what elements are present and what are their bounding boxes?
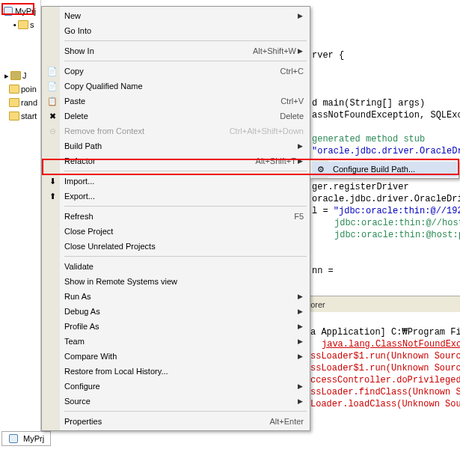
jar-icon xyxy=(10,70,21,81)
project-context-menu: New ▶ Go Into Show In Alt+Shift+W ▶ 📄 Co… xyxy=(41,6,310,431)
folder-icon xyxy=(9,97,19,108)
menu-team[interactable]: Team ▶ xyxy=(43,334,308,349)
submenu-arrow-icon: ▶ xyxy=(296,382,304,390)
submenu-arrow-icon: ▶ xyxy=(296,308,304,315)
menu-buildpath[interactable]: Build Path ▶ xyxy=(43,138,308,153)
expand-icon: ▸ xyxy=(4,71,9,81)
submenu-arrow-icon: ▶ xyxy=(296,338,304,345)
tree-item[interactable]: poin xyxy=(0,82,40,96)
menu-copyqualified[interactable]: 📄 Copy Qualified Name xyxy=(43,79,308,94)
submenu-arrow-icon: ▶ xyxy=(296,142,304,150)
project-name: MyPrj xyxy=(15,7,36,16)
menu-comparewith[interactable]: Compare With ▶ xyxy=(43,349,308,364)
menu-debugas[interactable]: Debug As ▶ xyxy=(43,304,308,319)
submenu-configure-buildpath[interactable]: ⚙ Configure Build Path... xyxy=(312,162,457,177)
copy-icon: 📄 xyxy=(46,80,58,92)
menu-configure[interactable]: Configure ▶ xyxy=(43,379,308,394)
menu-source[interactable]: Source ▶ xyxy=(43,394,308,409)
menu-paste[interactable]: 📋 Paste Ctrl+V xyxy=(43,94,308,109)
package-icon xyxy=(18,19,28,30)
menu-separator xyxy=(64,61,307,61)
menu-separator xyxy=(64,411,307,412)
menu-gointo[interactable]: Go Into xyxy=(43,23,308,38)
folder-icon xyxy=(9,111,19,121)
project-root[interactable]: MyPrj xyxy=(0,4,40,18)
code-string: "jdbc:oracle:thin:@//192. xyxy=(334,206,460,216)
submenu-arrow-icon: ▶ xyxy=(296,323,304,330)
tree-item[interactable]: ▸ J xyxy=(0,69,40,82)
menu-separator xyxy=(64,206,307,207)
menu-delete[interactable]: ✖ Delete Delete xyxy=(43,109,308,123)
java-project-icon xyxy=(3,6,13,16)
submenu-arrow-icon: ▶ xyxy=(296,353,304,360)
menu-showin[interactable]: Show In Alt+Shift+W ▶ xyxy=(43,43,308,58)
code-text: l = xyxy=(312,206,334,216)
menu-closeunrelated[interactable]: Close Unrelated Projects xyxy=(43,239,308,254)
expand-icon: ▪ xyxy=(13,20,16,29)
menu-restore[interactable]: Restore from Local History... xyxy=(43,364,308,379)
delete-icon: ✖ xyxy=(46,110,58,122)
editor-tab-label: MyPrj xyxy=(23,434,44,443)
menu-separator xyxy=(64,256,307,257)
buildpath-icon: ⚙ xyxy=(315,163,327,175)
import-icon: ⬇ xyxy=(46,175,58,187)
paste-icon: 📋 xyxy=(46,95,58,107)
tree-item[interactable]: rand xyxy=(0,96,40,109)
menu-copy[interactable]: 📄 Copy Ctrl+C xyxy=(43,64,308,79)
menu-profileas[interactable]: Profile As ▶ xyxy=(43,319,308,334)
submenu-arrow-icon: ▶ xyxy=(296,293,304,300)
menu-separator xyxy=(64,40,307,41)
editor-tab[interactable]: MyPrj xyxy=(1,431,51,446)
menu-export[interactable]: ⬆ Export... xyxy=(43,189,308,204)
menu-showremote[interactable]: Show in Remote Systems view xyxy=(43,274,308,289)
menu-properties[interactable]: Properties Alt+Enter xyxy=(43,414,308,429)
menu-validate[interactable]: Validate xyxy=(43,259,308,274)
submenu-arrow-icon: ▶ xyxy=(296,12,304,19)
copy-icon: 📄 xyxy=(46,65,58,77)
menu-refactor[interactable]: Refactor Alt+Shift+T ▶ xyxy=(43,153,308,168)
project-explorer: MyPrj ▪ s ▸ J poin rand start xyxy=(0,0,41,434)
submenu-arrow-icon: ▶ xyxy=(296,47,304,55)
menu-new[interactable]: New ▶ xyxy=(43,8,308,23)
menu-closeproject[interactable]: Close Project xyxy=(43,224,308,239)
menu-refresh[interactable]: Refresh F5 xyxy=(43,209,308,224)
menu-runas[interactable]: Run As ▶ xyxy=(43,289,308,304)
java-file-icon xyxy=(8,433,19,444)
submenu-arrow-icon: ▶ xyxy=(296,397,304,405)
submenu-arrow-icon: ▶ xyxy=(296,157,304,165)
menu-separator xyxy=(64,171,307,171)
menu-import[interactable]: ⬇ Import... xyxy=(43,174,308,189)
tree-item[interactable]: start xyxy=(0,109,40,123)
menu-remove-context: ⊖ Remove from Context Ctrl+Alt+Shift+Dow… xyxy=(43,123,308,138)
remove-icon: ⊖ xyxy=(46,125,58,137)
tree-item[interactable]: ▪ s xyxy=(0,18,40,31)
folder-icon xyxy=(9,84,19,94)
export-icon: ⬆ xyxy=(46,190,58,202)
buildpath-submenu: ⚙ Configure Build Path... xyxy=(310,159,459,179)
